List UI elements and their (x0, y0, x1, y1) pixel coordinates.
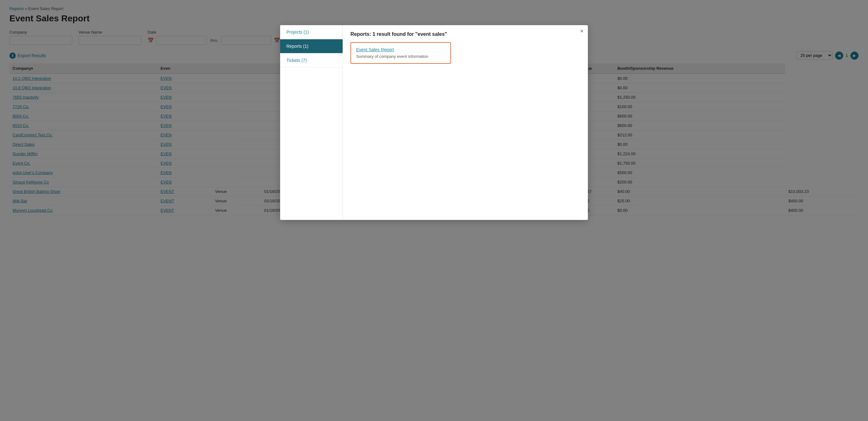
modal-sidebar: Projects (1) Reports (1) Tickets (7) (280, 25, 343, 220)
result-description: Summary of company event information (356, 54, 445, 59)
modal-main-content: Reports: 1 result found for "event sales… (343, 25, 588, 220)
sidebar-item-tickets[interactable]: Tickets (7) (280, 53, 343, 67)
search-result-item[interactable]: Event Sales Report Summary of company ev… (350, 42, 451, 64)
modal-header: Reports: 1 result found for "event sales… (350, 31, 580, 37)
sidebar-item-projects[interactable]: Projects (1) (280, 25, 343, 39)
modal-close-button[interactable]: × (580, 28, 584, 34)
modal-overlay: × Projects (1) Reports (1) Tickets (7) R… (0, 0, 868, 421)
sidebar-item-reports[interactable]: Reports (1) (280, 39, 343, 53)
search-modal: × Projects (1) Reports (1) Tickets (7) R… (280, 25, 588, 220)
result-title[interactable]: Event Sales Report (356, 47, 445, 52)
